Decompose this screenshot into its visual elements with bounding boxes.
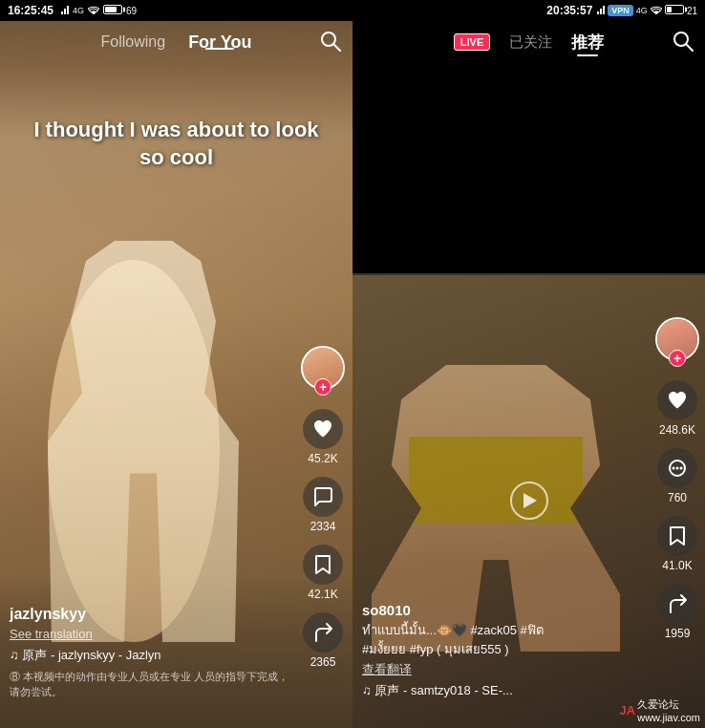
watermark-site: 久爱论坛www.jiav.com — [637, 697, 700, 723]
right-see-translation[interactable]: 查看翻译 — [362, 661, 648, 678]
svg-rect-2 — [67, 6, 69, 14]
right-save-count: 41.0K — [662, 559, 692, 572]
right-network-icon — [597, 5, 605, 16]
left-share-icon — [303, 612, 343, 653]
right-bottom-info: so8010 ทำแบบนี้มั้น...🐵🖤 #zack05 #ฟิต #ม… — [362, 602, 648, 699]
left-network-icon — [61, 5, 69, 16]
left-battery-pct: 69 — [126, 6, 137, 16]
left-music[interactable]: ♫ 原声 - jazlynskyy - Jazlyn — [10, 647, 295, 664]
left-comment-button[interactable]: 2334 — [303, 477, 343, 533]
svg-rect-4 — [600, 9, 602, 14]
left-battery-icon — [103, 5, 122, 16]
right-nav-following[interactable]: 已关注 — [509, 33, 552, 52]
left-status-bar: 16:25:45 4G 69 — [0, 0, 352, 21]
left-save-button[interactable]: 42.1K — [303, 545, 343, 601]
right-comment-button[interactable]: 760 — [657, 448, 697, 504]
right-tags: ทำแบบนี้มั้น...🐵🖤 #zack05 #ฟิต #มงั้ยยย … — [362, 621, 648, 658]
right-nav: LIVE 已关注 推荐 — [352, 21, 705, 63]
right-battery-pct: 21 — [687, 6, 697, 16]
svg-rect-5 — [603, 6, 605, 14]
right-panel: LIVE 已关注 推荐 — [352, 21, 705, 728]
svg-point-12 — [676, 467, 679, 470]
right-play-icon[interactable] — [510, 482, 548, 520]
svg-rect-1 — [64, 9, 66, 14]
right-bookmark-icon — [657, 516, 697, 556]
left-heart-icon — [303, 409, 343, 449]
right-top-dark-area — [352, 63, 705, 273]
left-nav: Following For You — [0, 21, 352, 63]
right-like-count: 248.6K — [659, 423, 695, 437]
left-bookmark-icon — [303, 545, 343, 585]
left-panel: Following For You I thought I was about … — [0, 21, 352, 728]
live-badge[interactable]: LIVE — [454, 33, 490, 51]
svg-line-9 — [686, 44, 693, 51]
left-action-bar: + 45.2K 2334 42.1K — [301, 346, 345, 669]
right-follow-plus[interactable]: + — [669, 350, 686, 367]
right-status-bar: 20:35:57 VPN 4G 21 — [352, 0, 705, 21]
right-save-button[interactable]: 41.0K — [657, 516, 697, 572]
svg-rect-0 — [61, 11, 63, 14]
right-comment-icon — [657, 448, 697, 488]
left-wifi-icon — [88, 5, 99, 16]
left-like-count: 45.2K — [308, 452, 337, 465]
right-signal-text: 4G — [636, 6, 648, 15]
right-music[interactable]: ♫ 原声 - samtzy018 - SE-... — [362, 682, 648, 699]
svg-line-7 — [333, 44, 340, 51]
right-like-button[interactable]: 248.6K — [657, 380, 697, 437]
right-heart-icon — [657, 380, 697, 420]
right-username[interactable]: so8010 — [362, 602, 648, 618]
left-disclaimer: ⑧ 本视频中的动作由专业人员或在专业 人员的指导下完成，请勿尝试。 — [10, 670, 295, 699]
right-creator-avatar-container[interactable]: + — [655, 317, 699, 361]
left-caption-container: I thought I was about to look so cool — [0, 117, 352, 171]
left-nav-following[interactable]: Following — [101, 33, 166, 51]
left-time: 16:25:45 — [8, 4, 53, 17]
left-save-count: 42.1K — [308, 588, 337, 601]
left-signal-text: 4G — [73, 6, 84, 15]
right-nav-recommend[interactable]: 推荐 — [571, 32, 604, 54]
left-share-count: 2365 — [310, 655, 336, 669]
left-bottom-info: jazlynskyy See translation ♫ 原声 - jazlyn… — [10, 606, 295, 699]
svg-point-13 — [680, 467, 683, 470]
right-comment-count: 760 — [668, 491, 687, 504]
right-search-icon[interactable] — [673, 31, 694, 56]
right-vpn-badge: VPN — [608, 5, 633, 16]
right-play-triangle — [523, 493, 537, 508]
left-caption-text: I thought I was about to look so cool — [0, 117, 352, 171]
watermark-ja-text: JA — [620, 703, 636, 717]
left-see-translation[interactable]: See translation — [10, 627, 295, 641]
left-nav-foryou-underline — [205, 48, 234, 50]
right-share-button[interactable]: 1959 — [657, 584, 697, 640]
svg-rect-3 — [597, 11, 599, 14]
right-shirt — [409, 437, 583, 523]
left-share-button[interactable]: 2365 — [303, 612, 343, 669]
left-creator-avatar-container[interactable]: + — [301, 346, 345, 390]
left-comment-count: 2334 — [310, 520, 336, 533]
left-search-icon[interactable] — [320, 31, 341, 56]
left-follow-plus[interactable]: + — [314, 378, 331, 396]
left-like-button[interactable]: 45.2K — [303, 409, 343, 465]
right-time: 20:35:57 — [546, 4, 592, 17]
right-share-icon — [657, 584, 697, 624]
right-wifi-icon — [651, 5, 662, 16]
watermark: JA 久爱论坛www.jiav.com — [620, 697, 700, 723]
svg-point-11 — [673, 467, 675, 470]
left-username[interactable]: jazlynskyy — [10, 606, 295, 623]
left-comment-icon — [303, 477, 343, 517]
right-share-count: 1959 — [665, 627, 691, 640]
right-battery-icon — [665, 5, 684, 16]
right-divider — [352, 273, 705, 275]
left-nav-foryou-wrap[interactable]: For You — [188, 32, 251, 53]
right-action-bar: + 248.6K 760 41.0K — [655, 317, 699, 640]
